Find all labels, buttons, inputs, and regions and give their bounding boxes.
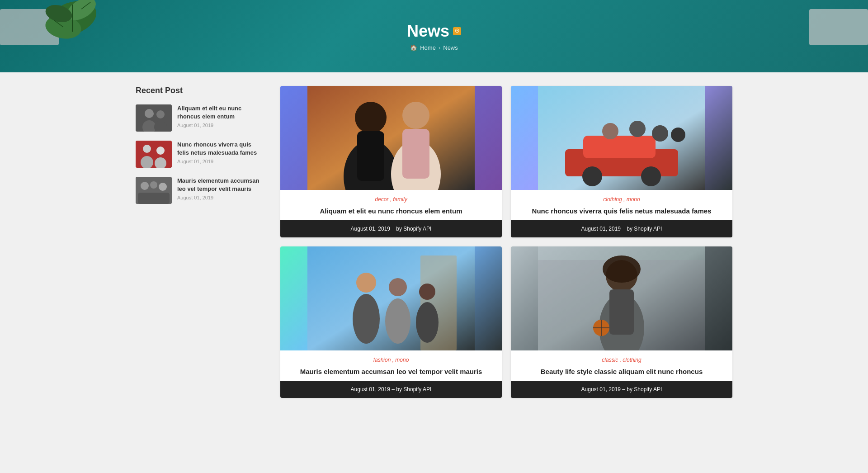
- svg-point-8: [145, 109, 154, 118]
- blog-card-title-1: Aliquam et elit eu nunc rhoncus elem ent…: [288, 206, 495, 216]
- svg-point-37: [671, 128, 685, 142]
- blog-card-body-2: clothing , mono Nunc rhoncus viverra qui…: [511, 190, 732, 220]
- svg-point-10: [156, 110, 165, 118]
- svg-rect-25: [357, 131, 384, 181]
- page-header: News ☉ 🏠 Home › News: [0, 0, 868, 72]
- svg-rect-51: [609, 289, 634, 335]
- blog-card-3[interactable]: fashion , mono Mauris elementum accumsan…: [280, 246, 502, 398]
- recent-post-item[interactable]: Nunc rhoncus viverra quis felis netus ma…: [136, 141, 262, 168]
- blog-card-tags-3: fashion , mono: [288, 357, 495, 363]
- rss-icon[interactable]: ☉: [453, 27, 461, 35]
- blog-card-title-2: Nunc rhoncus viverra quis felis netus ma…: [518, 206, 725, 216]
- svg-rect-31: [583, 136, 656, 158]
- leaf-decoration: [36, 0, 108, 50]
- recent-post-thumb-2: [136, 141, 172, 168]
- svg-rect-28: [402, 129, 429, 179]
- svg-point-36: [652, 125, 668, 142]
- svg-point-19: [150, 181, 157, 189]
- breadcrumb-current: News: [443, 44, 458, 51]
- breadcrumb-home[interactable]: Home: [420, 44, 436, 51]
- sidebar: Recent Post Aliquam et elit eu nunc rhon…: [136, 86, 262, 398]
- svg-point-13: [143, 145, 151, 153]
- recent-post-title-3: Mauris elementum accumsan leo vel tempor…: [177, 177, 262, 193]
- svg-point-15: [156, 147, 165, 155]
- recent-post-date-3: August 01, 2019: [177, 195, 262, 200]
- blog-card-tags-1: decor , family: [288, 196, 495, 203]
- blog-card-footer-3: August 01, 2019 – by Shopify API: [280, 381, 502, 398]
- sidebar-title: Recent Post: [136, 86, 262, 95]
- main-content: Recent Post Aliquam et elit eu nunc rhon…: [118, 72, 750, 412]
- blog-card-title-4: Beauty life style classic aliquam elit n…: [518, 367, 725, 376]
- svg-point-40: [356, 273, 376, 293]
- blog-card-body-1: decor , family Aliquam et elit eu nunc r…: [280, 190, 502, 220]
- blog-card-body-4: classic , clothing Beauty life style cla…: [511, 350, 732, 381]
- svg-point-32: [582, 166, 602, 186]
- recent-post-thumb-1: [136, 104, 172, 132]
- svg-point-35: [629, 121, 646, 137]
- recent-post-item[interactable]: Mauris elementum accumsan leo vel tempor…: [136, 177, 262, 204]
- home-icon: 🏠: [410, 44, 417, 51]
- blog-card-1[interactable]: decor , family Aliquam et elit eu nunc r…: [280, 86, 502, 237]
- recent-post-title-1: Aliquam et elit eu nunc rhoncus elem ent…: [177, 104, 262, 121]
- recent-post-date-2: August 01, 2019: [177, 159, 262, 164]
- blog-card-image-3: [280, 246, 502, 350]
- keyboard-decoration-right: [809, 9, 868, 45]
- blog-card-image-2: [511, 86, 732, 190]
- svg-point-42: [389, 278, 407, 296]
- blog-card-4[interactable]: classic , clothing Beauty life style cla…: [511, 246, 732, 398]
- recent-post-thumb-3: [136, 177, 172, 204]
- blog-card-footer-1: August 01, 2019 – by Shopify API: [280, 220, 502, 237]
- recent-post-date-1: August 01, 2019: [177, 123, 262, 128]
- blog-card-footer-2: August 01, 2019 – by Shopify API: [511, 220, 732, 237]
- svg-point-44: [419, 284, 435, 300]
- title-text: News: [407, 22, 449, 41]
- blog-card-title-3: Mauris elementum accumsan leo vel tempor…: [288, 367, 495, 376]
- blog-card-body-3: fashion , mono Mauris elementum accumsan…: [280, 350, 502, 381]
- svg-point-23: [355, 102, 387, 133]
- recent-post-title-2: Nunc rhoncus viverra quis felis netus ma…: [177, 141, 262, 157]
- svg-point-33: [641, 166, 661, 186]
- breadcrumb: 🏠 Home › News: [410, 44, 458, 51]
- recent-post-item[interactable]: Aliquam et elit eu nunc rhoncus elem ent…: [136, 104, 262, 132]
- svg-point-26: [402, 102, 429, 129]
- svg-point-43: [385, 298, 410, 344]
- recent-post-info-3: Mauris elementum accumsan leo vel tempor…: [177, 177, 262, 204]
- svg-point-41: [353, 294, 380, 344]
- blog-card-tags-4: classic , clothing: [518, 357, 725, 363]
- svg-point-49: [603, 255, 641, 283]
- svg-point-34: [602, 123, 618, 139]
- blog-grid: decor , family Aliquam et elit eu nunc r…: [280, 86, 732, 398]
- svg-point-45: [416, 302, 439, 343]
- blog-card-image-4: [511, 246, 732, 350]
- recent-post-info-2: Nunc rhoncus viverra quis felis netus ma…: [177, 141, 262, 168]
- page-title: News ☉: [407, 22, 461, 41]
- blog-card-2[interactable]: clothing , mono Nunc rhoncus viverra qui…: [511, 86, 732, 237]
- svg-point-18: [141, 182, 149, 190]
- blog-card-image-1: [280, 86, 502, 190]
- svg-point-20: [159, 183, 167, 191]
- svg-rect-21: [138, 193, 170, 204]
- blog-card-tags-2: clothing , mono: [518, 196, 725, 203]
- recent-post-info-1: Aliquam et elit eu nunc rhoncus elem ent…: [177, 104, 262, 132]
- blog-card-footer-4: August 01, 2019 – by Shopify API: [511, 381, 732, 398]
- breadcrumb-separator: ›: [439, 44, 440, 51]
